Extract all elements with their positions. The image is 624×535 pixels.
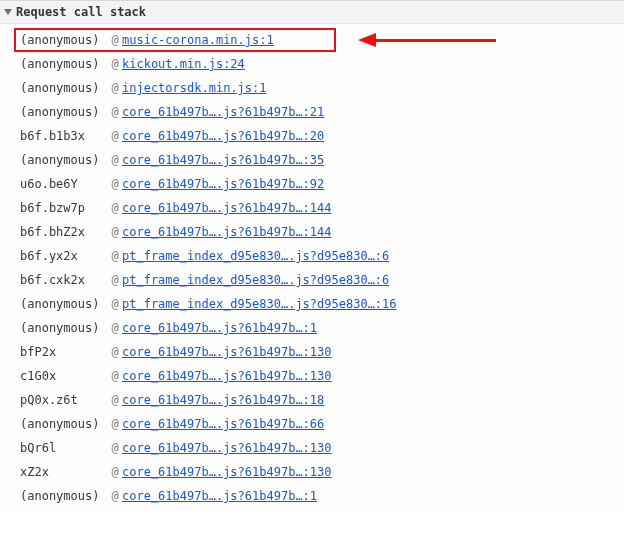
stack-frame: (anonymous)@core_61b497b….js?61b497b…:66 bbox=[0, 412, 624, 436]
stack-frame-location-link[interactable]: core_61b497b….js?61b497b…:92 bbox=[122, 177, 324, 191]
stack-frame: bQr6l@core_61b497b….js?61b497b…:130 bbox=[0, 436, 624, 460]
stack-frame: c1G0x@core_61b497b….js?61b497b…:130 bbox=[0, 364, 624, 388]
stack-frame-location-link[interactable]: core_61b497b….js?61b497b…:130 bbox=[122, 345, 332, 359]
stack-frame-function: (anonymous) bbox=[20, 81, 108, 95]
at-symbol: @ bbox=[108, 321, 122, 335]
arrow-annotation-icon bbox=[356, 30, 496, 50]
stack-frame: b6f.yx2x@pt_frame_index_d95e830….js?d95e… bbox=[0, 244, 624, 268]
at-symbol: @ bbox=[108, 441, 122, 455]
stack-frame-function: (anonymous) bbox=[20, 489, 108, 503]
stack-frame: bfP2x@core_61b497b….js?61b497b…:130 bbox=[0, 340, 624, 364]
stack-frame: b6f.bzw7p@core_61b497b….js?61b497b…:144 bbox=[0, 196, 624, 220]
stack-frame-function: xZ2x bbox=[20, 465, 108, 479]
stack-frame-location-link[interactable]: pt_frame_index_d95e830….js?d95e830…:16 bbox=[122, 297, 397, 311]
stack-frame: b6f.b1b3x@core_61b497b….js?61b497b…:20 bbox=[0, 124, 624, 148]
stack-frame-location-link[interactable]: injectorsdk.min.js:1 bbox=[122, 81, 267, 95]
stack-frame-function: b6f.bhZ2x bbox=[20, 225, 108, 239]
stack-frame-function: (anonymous) bbox=[20, 57, 108, 71]
call-stack-title: Request call stack bbox=[16, 5, 146, 19]
call-stack-panel: Request call stack (anonymous)@music-cor… bbox=[0, 0, 624, 514]
stack-frame-location-link[interactable]: pt_frame_index_d95e830….js?d95e830…:6 bbox=[122, 249, 389, 263]
stack-frame-function: (anonymous) bbox=[20, 417, 108, 431]
at-symbol: @ bbox=[108, 177, 122, 191]
at-symbol: @ bbox=[108, 249, 122, 263]
stack-frame: (anonymous)@pt_frame_index_d95e830….js?d… bbox=[0, 292, 624, 316]
at-symbol: @ bbox=[108, 201, 122, 215]
stack-frame-location-link[interactable]: core_61b497b….js?61b497b…:1 bbox=[122, 321, 317, 335]
stack-frame: b6f.cxk2x@pt_frame_index_d95e830….js?d95… bbox=[0, 268, 624, 292]
at-symbol: @ bbox=[108, 393, 122, 407]
at-symbol: @ bbox=[108, 129, 122, 143]
stack-frame-function: b6f.b1b3x bbox=[20, 129, 108, 143]
at-symbol: @ bbox=[108, 369, 122, 383]
stack-frame: (anonymous)@core_61b497b….js?61b497b…:21 bbox=[0, 100, 624, 124]
stack-frame-function: u6o.be6Y bbox=[20, 177, 108, 191]
stack-frame-location-link[interactable]: core_61b497b….js?61b497b…:18 bbox=[122, 393, 324, 407]
at-symbol: @ bbox=[108, 81, 122, 95]
stack-frame-function: (anonymous) bbox=[20, 105, 108, 119]
stack-frame-location-link[interactable]: core_61b497b….js?61b497b…:35 bbox=[122, 153, 324, 167]
stack-frame-function: (anonymous) bbox=[20, 321, 108, 335]
at-symbol: @ bbox=[108, 57, 122, 71]
stack-frame-location-link[interactable]: core_61b497b….js?61b497b…:144 bbox=[122, 225, 332, 239]
stack-frame-function: bQr6l bbox=[20, 441, 108, 455]
at-symbol: @ bbox=[108, 417, 122, 431]
call-stack-list: (anonymous)@music-corona.min.js:1(anonym… bbox=[0, 24, 624, 514]
stack-frame: xZ2x@core_61b497b….js?61b497b…:130 bbox=[0, 460, 624, 484]
stack-frame-location-link[interactable]: core_61b497b….js?61b497b…:21 bbox=[122, 105, 324, 119]
stack-frame: (anonymous)@core_61b497b….js?61b497b…:1 bbox=[0, 484, 624, 508]
stack-frame-location-link[interactable]: music-corona.min.js:1 bbox=[122, 33, 274, 47]
at-symbol: @ bbox=[108, 465, 122, 479]
at-symbol: @ bbox=[108, 33, 122, 47]
at-symbol: @ bbox=[108, 153, 122, 167]
at-symbol: @ bbox=[108, 345, 122, 359]
stack-frame-function: (anonymous) bbox=[20, 153, 108, 167]
stack-frame-function: b6f.cxk2x bbox=[20, 273, 108, 287]
stack-frame-location-link[interactable]: core_61b497b….js?61b497b…:130 bbox=[122, 465, 332, 479]
stack-frame: (anonymous)@core_61b497b….js?61b497b…:1 bbox=[0, 316, 624, 340]
stack-frame: pQ0x.z6t@core_61b497b….js?61b497b…:18 bbox=[0, 388, 624, 412]
stack-frame-function: (anonymous) bbox=[20, 297, 108, 311]
at-symbol: @ bbox=[108, 297, 122, 311]
stack-frame-location-link[interactable]: pt_frame_index_d95e830….js?d95e830…:6 bbox=[122, 273, 389, 287]
stack-frame-function: pQ0x.z6t bbox=[20, 393, 108, 407]
stack-frame-function: bfP2x bbox=[20, 345, 108, 359]
stack-frame: (anonymous)@music-corona.min.js:1 bbox=[0, 28, 624, 52]
stack-frame-location-link[interactable]: core_61b497b….js?61b497b…:130 bbox=[122, 441, 332, 455]
stack-frame-location-link[interactable]: core_61b497b….js?61b497b…:130 bbox=[122, 369, 332, 383]
stack-frame-function: b6f.bzw7p bbox=[20, 201, 108, 215]
disclosure-triangle-icon[interactable] bbox=[4, 9, 12, 15]
at-symbol: @ bbox=[108, 225, 122, 239]
stack-frame-function: b6f.yx2x bbox=[20, 249, 108, 263]
at-symbol: @ bbox=[108, 489, 122, 503]
stack-frame-function: c1G0x bbox=[20, 369, 108, 383]
at-symbol: @ bbox=[108, 273, 122, 287]
stack-frame: (anonymous)@kickout.min.js:24 bbox=[0, 52, 624, 76]
stack-frame: b6f.bhZ2x@core_61b497b….js?61b497b…:144 bbox=[0, 220, 624, 244]
call-stack-header[interactable]: Request call stack bbox=[0, 1, 624, 24]
stack-frame: u6o.be6Y@core_61b497b….js?61b497b…:92 bbox=[0, 172, 624, 196]
stack-frame: (anonymous)@core_61b497b….js?61b497b…:35 bbox=[0, 148, 624, 172]
stack-frame: (anonymous)@injectorsdk.min.js:1 bbox=[0, 76, 624, 100]
stack-frame-location-link[interactable]: core_61b497b….js?61b497b…:66 bbox=[122, 417, 324, 431]
stack-frame-location-link[interactable]: kickout.min.js:24 bbox=[122, 57, 245, 71]
stack-frame-location-link[interactable]: core_61b497b….js?61b497b…:20 bbox=[122, 129, 324, 143]
stack-frame-function: (anonymous) bbox=[20, 33, 108, 47]
at-symbol: @ bbox=[108, 105, 122, 119]
stack-frame-location-link[interactable]: core_61b497b….js?61b497b…:1 bbox=[122, 489, 317, 503]
stack-frame-location-link[interactable]: core_61b497b….js?61b497b…:144 bbox=[122, 201, 332, 215]
